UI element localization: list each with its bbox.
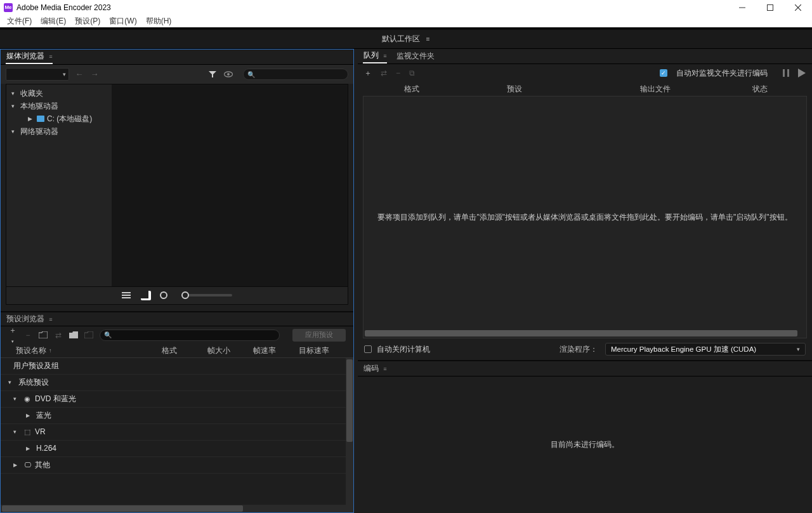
preset-browser-toolbar: ＋▾ − ⇄ 🔍 应用预设: [1, 326, 353, 344]
add-source-button[interactable]: ＋: [364, 68, 372, 79]
hamburger-icon[interactable]: ≡: [383, 53, 386, 59]
list-view-button[interactable]: [122, 291, 132, 299]
row-label: VR: [35, 427, 46, 436]
encoding-panel: 编码 ≡ 目前尚未进行编码。: [358, 360, 812, 513]
tab-encoding[interactable]: 编码 ≡: [363, 362, 387, 375]
col-framerate[interactable]: 帧速率: [253, 346, 299, 356]
hamburger-icon[interactable]: ≡: [49, 53, 52, 60]
scrollbar-thumb[interactable]: [346, 359, 353, 442]
chevron-right-icon: [26, 445, 32, 451]
nav-forward-button[interactable]: →: [89, 69, 100, 79]
auto-encode-checkbox[interactable]: ✓: [660, 69, 667, 77]
preset-search-input[interactable]: 🔍: [100, 330, 280, 341]
menu-help[interactable]: 帮助(H): [141, 15, 176, 27]
vertical-scrollbar[interactable]: [346, 358, 353, 505]
window-maximize-button[interactable]: [756, 0, 784, 15]
row-label: 蓝光: [36, 410, 51, 421]
pause-queue-button[interactable]: [783, 69, 789, 77]
tab-media-browser[interactable]: 媒体浏览器 ≡: [6, 50, 53, 64]
media-browser-search-input[interactable]: 🔍: [243, 69, 348, 80]
new-group-button[interactable]: [39, 331, 48, 338]
row-label: H.264: [36, 444, 56, 453]
col-format[interactable]: 格式: [162, 346, 207, 356]
tab-label: 队列: [363, 51, 379, 59]
hamburger-icon: ≡: [426, 36, 430, 43]
preset-tree: 用户预设及组 ▾ 系统预设 ▾ ◉ DVD 和蓝光 蓝光 ▾ ⬚: [1, 358, 353, 505]
apply-preset-button[interactable]: 应用预设: [292, 329, 346, 342]
tree-network-drives[interactable]: ▾ 网络驱动器: [6, 125, 112, 138]
workspace-label: 默认工作区: [382, 34, 420, 43]
window-close-button[interactable]: [784, 0, 812, 15]
tree-favorites[interactable]: ▾ 收藏夹: [6, 87, 112, 100]
renderer-select[interactable]: Mercury Playback Engine GPU 加速 (CUDA) ▾: [605, 343, 806, 356]
encoding-empty-text: 目前尚未进行编码。: [551, 439, 619, 450]
col-targetrate[interactable]: 目标速率: [299, 346, 344, 356]
export-preset-button[interactable]: [84, 331, 93, 338]
hamburger-icon[interactable]: ≡: [49, 316, 52, 323]
ingest-toggle-icon[interactable]: [224, 71, 234, 77]
start-queue-button[interactable]: [798, 69, 806, 77]
thumbnail-zoom-slider[interactable]: [181, 294, 232, 296]
media-browser-content-area[interactable]: [112, 84, 348, 286]
tree-c-drive[interactable]: ▶ C: (本地磁盘): [6, 112, 112, 125]
col-status: 状态: [728, 84, 792, 94]
chevron-right-icon: [26, 412, 32, 418]
thumbnail-view-button[interactable]: [141, 291, 151, 300]
remove-button[interactable]: −: [396, 69, 400, 77]
window-minimize-button[interactable]: [728, 0, 756, 15]
auto-shutdown-checkbox[interactable]: [364, 345, 372, 353]
menu-window[interactable]: 窗口(W): [105, 15, 141, 27]
encoding-tabbar: 编码 ≡: [358, 361, 812, 376]
search-icon: 🔍: [247, 71, 255, 78]
queue-tabbar: 队列 ≡ 监视文件夹: [358, 49, 812, 64]
hamburger-icon[interactable]: ≡: [383, 366, 386, 372]
filter-icon[interactable]: [209, 70, 219, 78]
preset-row-other[interactable]: 🖵 其他: [1, 457, 353, 474]
tree-local-drives[interactable]: ▾ 本地驱动器: [6, 100, 112, 112]
preset-row-bluray[interactable]: 蓝光: [1, 408, 353, 424]
svg-point-5: [227, 73, 230, 76]
menu-preset[interactable]: 预设(P): [70, 15, 105, 27]
svg-rect-10: [783, 69, 785, 77]
remove-preset-button[interactable]: −: [23, 331, 32, 340]
horizontal-scrollbar[interactable]: [365, 330, 797, 336]
vr-icon: ⬚: [23, 428, 31, 436]
chevron-down-icon: ▾: [13, 429, 20, 435]
media-browser-path-dropdown[interactable]: ▾: [6, 68, 69, 81]
queue-drop-area[interactable]: 要将项目添加到队列，请单击"添加源"按钮或者从媒体浏览器或桌面将文件拖到此处。要…: [363, 96, 807, 338]
horizontal-scrollbar[interactable]: [1, 505, 353, 512]
row-label: DVD 和蓝光: [35, 394, 76, 404]
menu-edit[interactable]: 编辑(E): [36, 15, 70, 27]
preset-browser-tabbar: 预设浏览器 ≡: [1, 311, 353, 326]
renderer-label: 渲染程序：: [560, 344, 598, 355]
tab-queue[interactable]: 队列 ≡: [363, 49, 387, 63]
preset-row-user[interactable]: 用户预设及组: [1, 358, 353, 375]
import-preset-button[interactable]: [69, 331, 78, 338]
col-framesize[interactable]: 帧大小: [207, 346, 253, 356]
duplicate-button[interactable]: ⧉: [409, 69, 415, 77]
preset-row-vr[interactable]: ▾ ⬚ VR: [1, 424, 353, 441]
preset-row-dvd-bluray[interactable]: ▾ ◉ DVD 和蓝光: [1, 391, 353, 408]
col-preset-name[interactable]: 预设名称 ↑: [16, 346, 162, 356]
add-output-button[interactable]: ⇄: [381, 69, 387, 77]
add-preset-button[interactable]: ＋▾: [8, 325, 17, 345]
row-label: 其他: [35, 460, 50, 470]
menu-file[interactable]: 文件(F): [3, 15, 36, 27]
preset-row-h264[interactable]: H.264: [1, 441, 353, 457]
svg-rect-11: [787, 69, 789, 77]
workspace-bar: 默认工作区 ≡: [0, 30, 812, 49]
workspace-selector[interactable]: 默认工作区 ≡: [377, 32, 435, 46]
auto-shutdown-label: 自动关闭计算机: [377, 345, 430, 354]
preset-row-system[interactable]: ▾ 系统预设: [1, 375, 353, 391]
media-browser-footer: [6, 287, 348, 305]
tab-label: 预设浏览器: [6, 315, 44, 323]
tab-preset-browser[interactable]: 预设浏览器 ≡: [6, 312, 53, 326]
tab-media-browser-label: 媒体浏览器: [6, 52, 44, 60]
scrollbar-thumb[interactable]: [2, 505, 243, 512]
nav-back-button[interactable]: ←: [74, 69, 84, 79]
col-label: 预设名称: [16, 346, 46, 356]
slider-knob[interactable]: [181, 291, 189, 299]
tab-watch-folders[interactable]: 监视文件夹: [396, 50, 435, 63]
preset-settings-button[interactable]: ⇄: [54, 331, 63, 340]
chevron-down-icon: ▾: [11, 90, 18, 97]
